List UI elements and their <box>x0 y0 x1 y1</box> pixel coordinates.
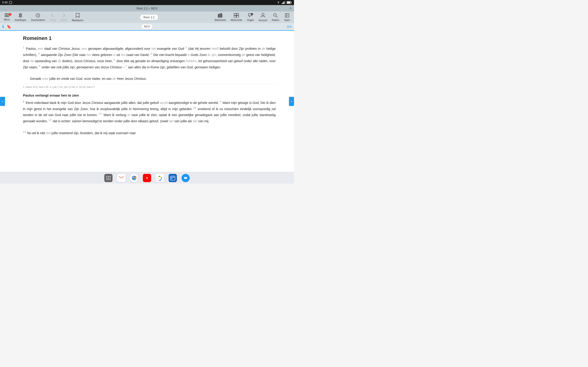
svg-point-27 <box>106 176 107 177</box>
svg-rect-8 <box>5 15 9 16</box>
version-pill[interactable]: NCV <box>141 24 153 29</box>
svg-point-28 <box>108 176 109 177</box>
bottom-dock <box>0 172 294 184</box>
sub-toolbar-left: ℹ 🔖 <box>2 24 11 29</box>
questions-button[interactable]: ? Vragen <box>245 12 256 22</box>
account-button[interactable]: Account <box>257 12 269 23</box>
nav-toolbar: Menu Instellingen Geschiedenis <box>0 11 294 23</box>
forward-icon <box>62 13 66 18</box>
youtube-button[interactable] <box>143 174 151 182</box>
history-label: Geschiedenis <box>31 19 45 21</box>
settings-button[interactable]: Instellingen <box>13 12 28 22</box>
svg-line-24 <box>276 16 277 17</box>
back-label: Terug <box>50 19 56 21</box>
questions-icon: ? <box>248 13 253 18</box>
verse-num-4: 4 <box>150 52 152 55</box>
verse-num-6: 6 <box>39 65 40 67</box>
location-pill[interactable]: Rom 1:1 <box>140 15 158 20</box>
menu-badge <box>9 13 11 16</box>
verse-num-12: 12 <box>48 119 51 121</box>
svg-rect-13 <box>219 14 220 18</box>
svg-point-35 <box>110 179 111 180</box>
workspace-button[interactable]: Werkruimte <box>229 12 244 22</box>
svg-rect-15 <box>222 14 223 18</box>
workspace-label: Werkruimte <box>231 19 242 21</box>
menu-button[interactable]: Menu <box>2 13 12 22</box>
footnotes: 1. Hand 13:2; Gal 1:15. 4. Luk 7:14; Joh… <box>23 84 276 88</box>
svg-point-31 <box>108 177 109 178</box>
verse-1-text: Paulus, een slaaf van Christus Jezus, ee… <box>26 47 184 50</box>
bookmarks-button[interactable]: Bladwijzers <box>70 12 86 23</box>
svg-rect-6 <box>287 2 290 3</box>
page-title: Rom 1:1 – NCV <box>137 7 157 10</box>
library-button[interactable]: Bibliotheek <box>213 12 228 22</box>
forward-button[interactable]: Verder <box>59 12 69 22</box>
svg-rect-25 <box>285 14 289 17</box>
search-icon <box>273 13 278 18</box>
search-label: Zoeken <box>272 19 279 21</box>
add-tab-button[interactable]: + <box>290 6 292 10</box>
photos-button[interactable] <box>156 174 164 182</box>
status-time: 5:40 <box>2 1 8 4</box>
open-label: Open <box>284 19 290 21</box>
verse-3-text: aangaande Zijn Zoon (Die naar het vlees … <box>41 53 149 57</box>
library-label: Bibliotheek <box>215 19 226 21</box>
apps-grid-button[interactable] <box>104 174 112 182</box>
menu-label: Menu <box>4 18 10 21</box>
main-content: ‹ › Romeinen 1 1 Paulus, een slaaf van C… <box>0 31 294 172</box>
verse-num-1: 1 <box>23 46 24 49</box>
sub-toolbar: ℹ 🔖 NCV AA <box>0 23 294 31</box>
library-icon <box>218 13 223 18</box>
svg-rect-19 <box>237 16 239 18</box>
svg-rect-5 <box>291 2 292 3</box>
wifi-icon <box>277 1 280 4</box>
svg-rect-14 <box>221 13 222 18</box>
nav-center-group: Rom 1:1 <box>140 15 158 20</box>
back-icon <box>51 13 54 18</box>
bookmark-icon[interactable]: 🔖 <box>7 25 11 29</box>
svg-rect-12 <box>218 14 219 18</box>
chapter-title: Romeinen 1 <box>23 35 276 41</box>
signal-icon <box>282 1 285 4</box>
verse-num-10: 10 <box>193 106 196 109</box>
history-button[interactable]: Geschiedenis <box>29 12 47 22</box>
verse-num-5: 5 <box>114 58 115 61</box>
info-icon[interactable]: ℹ <box>2 24 4 29</box>
grace-text: Genade voor jullie en vrede van God, onz… <box>23 76 276 82</box>
svg-rect-7 <box>5 14 9 14</box>
open-button[interactable]: Open <box>282 12 292 22</box>
verse-8-text: Eerst inderdaad dank ik mijn God door Je… <box>26 101 219 104</box>
svg-point-33 <box>106 179 107 180</box>
verse-num-2: 2 <box>185 46 187 49</box>
section-2-text: 8 Eerst inderdaad dank ik mijn God door … <box>23 100 276 136</box>
svg-rect-9 <box>5 16 9 17</box>
svg-point-23 <box>274 14 276 16</box>
verse-13-text: Nu wil ik niet dat jullie onwetend zijn,… <box>27 131 136 135</box>
svg-text:?: ? <box>251 14 252 16</box>
chrome-button[interactable] <box>130 174 138 182</box>
status-bar: 5:40 <box>0 0 294 5</box>
forward-label: Verder <box>61 19 67 21</box>
menu-icon <box>5 14 9 18</box>
bookmarks-label: Bladwijzers <box>72 19 84 22</box>
svg-rect-16 <box>234 13 236 15</box>
next-chapter-button[interactable]: › <box>289 97 294 106</box>
gmail-button[interactable] <box>117 174 125 182</box>
search-button[interactable]: Zoeken <box>270 12 281 22</box>
calendar-button[interactable] <box>169 174 177 182</box>
bible-text: 1 Paulus, een slaaf van Christus Jezus, … <box>23 45 276 82</box>
verse-12-text: dat is echter: samen bemoedigd te worden… <box>52 119 209 123</box>
questions-label: Vragen <box>247 19 254 21</box>
svg-point-22 <box>262 13 264 16</box>
svg-point-10 <box>20 15 21 16</box>
font-size-button[interactable]: AA <box>287 25 292 28</box>
messages-button[interactable] <box>182 174 190 182</box>
settings-label: Instellingen <box>15 19 26 21</box>
svg-point-32 <box>110 177 111 178</box>
account-label: Account <box>259 19 267 22</box>
verse-num-9: 9 <box>220 100 221 103</box>
prev-chapter-button[interactable]: ‹ <box>0 97 5 106</box>
svg-rect-18 <box>234 16 236 18</box>
section-heading: Paulus verlangt ernaar hen te zien <box>23 93 276 97</box>
back-button[interactable]: Terug <box>48 12 58 22</box>
